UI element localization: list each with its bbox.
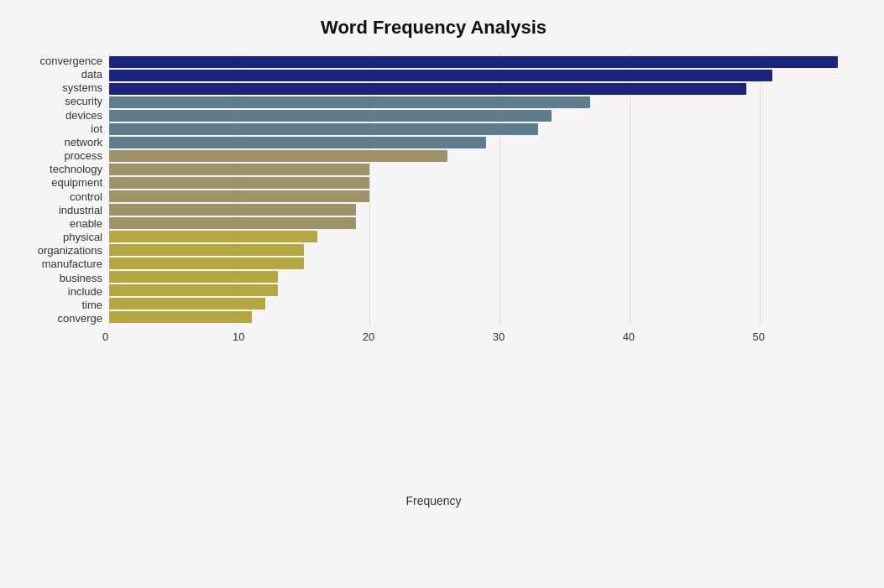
bar-equipment	[109, 177, 369, 189]
x-tick-20: 20	[363, 330, 374, 343]
bar-row-equipment	[109, 176, 850, 190]
y-label-data: data	[81, 69, 102, 80]
bars-section: convergencedatasystemssecuritydevicesiot…	[17, 54, 850, 325]
chart-title: Word Frequency Analysis	[17, 17, 850, 39]
x-axis: 01020304050	[109, 330, 850, 491]
y-label-network: network	[64, 137, 102, 148]
y-label-physical: physical	[63, 232, 102, 242]
y-label-business: business	[60, 273, 102, 284]
bar-systems	[109, 83, 746, 95]
bar-row-convergence	[109, 55, 850, 69]
bar-include	[109, 284, 278, 296]
x-tick-40: 40	[623, 330, 635, 343]
bar-security	[109, 96, 590, 108]
bar-row-security	[109, 96, 850, 109]
bar-row-control	[109, 190, 850, 203]
bar-row-business	[109, 270, 850, 284]
bar-network	[109, 137, 486, 148]
bar-devices	[109, 110, 552, 122]
bar-manufacture	[109, 258, 304, 269]
bar-time	[109, 298, 265, 310]
bar-row-devices	[109, 109, 850, 122]
bar-row-data	[109, 69, 850, 82]
y-label-security: security	[65, 96, 102, 107]
bar-row-systems	[109, 82, 850, 96]
y-label-technology: technology	[50, 164, 102, 174]
x-tick-50: 50	[753, 330, 765, 343]
bar-business	[109, 271, 278, 283]
bar-enable	[109, 217, 356, 229]
bar-converge	[109, 311, 252, 323]
y-label-manufacture: manufacture	[42, 258, 102, 269]
chart-container: Word Frequency Analysis convergencedatas…	[0, 0, 884, 588]
bar-row-industrial	[109, 203, 850, 216]
bar-row-time	[109, 297, 850, 310]
bar-process	[109, 150, 447, 162]
y-label-process: process	[64, 150, 102, 161]
bar-row-network	[109, 136, 850, 149]
bar-row-iot	[109, 122, 850, 136]
x-axis-label: Frequency	[17, 494, 850, 507]
x-tick-10: 10	[233, 330, 244, 343]
bar-technology	[109, 164, 369, 175]
bar-row-process	[109, 149, 850, 163]
y-label-devices: devices	[65, 110, 102, 121]
bar-row-organizations	[109, 243, 850, 257]
bar-iot	[109, 123, 538, 135]
bar-organizations	[109, 244, 304, 256]
bar-row-enable	[109, 216, 850, 230]
y-label-time: time	[81, 299, 102, 310]
bar-row-converge	[109, 310, 850, 324]
y-label-organizations: organizations	[38, 245, 102, 256]
bar-control	[109, 190, 369, 202]
y-label-convergence: convergence	[40, 55, 102, 66]
y-label-industrial: industrial	[59, 205, 102, 216]
y-label-iot: iot	[91, 123, 102, 134]
y-label-control: control	[70, 191, 102, 202]
bars-and-grid	[109, 54, 850, 325]
bar-data	[109, 70, 772, 81]
chart-area: convergencedatasystemssecuritydevicesiot…	[17, 54, 850, 507]
x-tick-30: 30	[493, 330, 505, 343]
bar-row-manufacture	[109, 257, 850, 270]
y-label-equipment: equipment	[51, 177, 102, 188]
bar-physical	[109, 231, 317, 242]
y-label-include: include	[68, 286, 102, 297]
bar-industrial	[109, 204, 356, 216]
y-label-converge: converge	[58, 313, 102, 324]
bar-row-include	[109, 284, 850, 297]
bar-convergence	[109, 56, 838, 68]
y-label-enable: enable	[70, 218, 102, 229]
y-labels: convergencedatasystemssecuritydevicesiot…	[17, 54, 109, 325]
y-label-systems: systems	[62, 82, 102, 93]
bars-list	[109, 54, 850, 325]
bar-row-technology	[109, 163, 850, 176]
x-tick-0: 0	[102, 330, 108, 343]
bar-row-physical	[109, 230, 850, 243]
